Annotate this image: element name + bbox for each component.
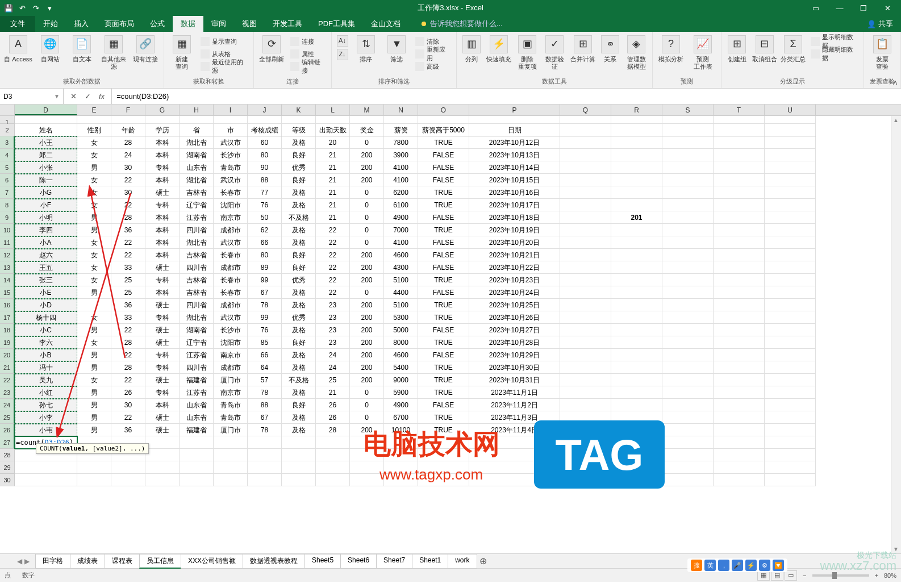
cell[interactable] bbox=[662, 311, 714, 324]
cell[interactable] bbox=[611, 186, 662, 199]
sheet-tab[interactable]: 成绩表 bbox=[70, 554, 105, 569]
ime-more-icon[interactable]: 🔽 bbox=[773, 560, 784, 571]
cell[interactable]: FALSE bbox=[418, 324, 469, 336]
cell[interactable]: FALSE bbox=[418, 174, 469, 186]
cell[interactable]: 2023年10月23日 bbox=[469, 274, 560, 286]
cell[interactable]: 4100 bbox=[384, 161, 418, 174]
cell[interactable]: 2023年11月1日 bbox=[469, 386, 560, 399]
cell[interactable] bbox=[316, 449, 350, 461]
cell[interactable]: 良好 bbox=[282, 261, 316, 274]
cell[interactable]: 22 bbox=[316, 249, 350, 261]
cell[interactable]: TRUE bbox=[418, 386, 469, 399]
cell[interactable] bbox=[662, 174, 714, 186]
cell[interactable] bbox=[611, 349, 662, 361]
cell[interactable]: 85 bbox=[248, 336, 282, 349]
cell[interactable]: 5100 bbox=[384, 274, 418, 286]
row-header-15[interactable]: 15 bbox=[0, 286, 15, 299]
cell[interactable]: 4100 bbox=[384, 174, 418, 186]
data-model-button[interactable]: ◈管理数 据模型 bbox=[624, 35, 649, 70]
existing-conn-button[interactable]: 🔗现有连接 bbox=[131, 35, 160, 63]
sheet-tab[interactable]: Sheet5 bbox=[304, 554, 341, 569]
cell[interactable] bbox=[765, 324, 816, 336]
row-header-19[interactable]: 19 bbox=[0, 336, 15, 349]
tab-review[interactable]: 审阅 bbox=[203, 16, 234, 32]
cell[interactable]: 及格 bbox=[282, 199, 316, 211]
cell[interactable] bbox=[180, 461, 214, 474]
cell[interactable]: 本科 bbox=[145, 236, 180, 249]
data-validation-button[interactable]: ✓数据验 证 bbox=[542, 35, 567, 70]
cell[interactable] bbox=[662, 299, 714, 311]
cell[interactable] bbox=[282, 436, 316, 449]
cell[interactable]: 山东省 bbox=[180, 161, 214, 174]
sheet-tab[interactable]: 田字格 bbox=[35, 554, 70, 569]
tab-page-layout[interactable]: 页面布局 bbox=[97, 16, 142, 32]
whatif-button[interactable]: ?模拟分析 bbox=[656, 35, 686, 63]
cell[interactable]: 60 bbox=[248, 136, 282, 149]
cell[interactable] bbox=[560, 249, 611, 261]
row-header-18[interactable]: 18 bbox=[0, 324, 15, 336]
cell[interactable] bbox=[662, 461, 714, 474]
header-cell[interactable] bbox=[611, 124, 662, 136]
cell[interactable] bbox=[662, 374, 714, 386]
header-cell[interactable]: 市 bbox=[214, 124, 248, 136]
cell[interactable]: 23 bbox=[316, 336, 350, 349]
header-cell[interactable]: 薪资高于5000 bbox=[418, 124, 469, 136]
cell[interactable] bbox=[662, 211, 714, 224]
subtotal-button[interactable]: Σ分类汇总 bbox=[780, 35, 806, 63]
cell[interactable]: 78 bbox=[248, 424, 282, 436]
cell[interactable]: 2023年10月25日 bbox=[469, 299, 560, 311]
cell[interactable] bbox=[714, 236, 765, 249]
cell[interactable]: 99 bbox=[248, 311, 282, 324]
cell[interactable] bbox=[714, 274, 765, 286]
cell[interactable]: 长春市 bbox=[214, 186, 248, 199]
cell[interactable]: 4900 bbox=[384, 399, 418, 411]
cell[interactable] bbox=[611, 311, 662, 324]
cell[interactable]: FALSE bbox=[418, 149, 469, 161]
cell[interactable]: 0 bbox=[350, 286, 384, 299]
cell[interactable] bbox=[662, 286, 714, 299]
cell[interactable] bbox=[662, 186, 714, 199]
sheet-tab[interactable]: Sheet7 bbox=[376, 554, 412, 569]
select-all-corner[interactable] bbox=[0, 105, 15, 115]
row-header-20[interactable]: 20 bbox=[0, 349, 15, 361]
cell[interactable]: 优秀 bbox=[282, 274, 316, 286]
cell[interactable] bbox=[560, 274, 611, 286]
cell[interactable]: TRUE bbox=[418, 186, 469, 199]
cell[interactable] bbox=[714, 386, 765, 399]
col-header-J[interactable]: J bbox=[248, 105, 282, 115]
cell[interactable] bbox=[282, 116, 316, 124]
cell[interactable]: 0 bbox=[350, 399, 384, 411]
cell[interactable] bbox=[611, 324, 662, 336]
cell[interactable]: 0 bbox=[350, 386, 384, 399]
cell[interactable] bbox=[765, 474, 816, 486]
cell[interactable]: 9000 bbox=[384, 374, 418, 386]
cell[interactable] bbox=[560, 261, 611, 274]
cell[interactable] bbox=[560, 374, 611, 386]
cell[interactable] bbox=[282, 449, 316, 461]
cell[interactable] bbox=[765, 386, 816, 399]
cell[interactable]: 长春市 bbox=[214, 274, 248, 286]
consolidate-button[interactable]: ⊞合并计算 bbox=[569, 35, 597, 63]
cell[interactable] bbox=[316, 116, 350, 124]
ime-punct-icon[interactable]: ， bbox=[718, 560, 729, 571]
cell[interactable] bbox=[560, 299, 611, 311]
cell[interactable] bbox=[662, 399, 714, 411]
ungroup-button[interactable]: ⊟取消组合 bbox=[752, 35, 778, 63]
cell[interactable]: 88 bbox=[248, 174, 282, 186]
cell[interactable] bbox=[611, 361, 662, 374]
cell[interactable] bbox=[350, 116, 384, 124]
cell[interactable] bbox=[560, 324, 611, 336]
row-header-22[interactable]: 22 bbox=[0, 374, 15, 386]
cell[interactable]: 62 bbox=[248, 224, 282, 236]
cell[interactable]: 200 bbox=[350, 149, 384, 161]
cell[interactable]: 沈阳市 bbox=[214, 336, 248, 349]
forecast-button[interactable]: 📈预测 工作表 bbox=[688, 35, 718, 70]
cell[interactable]: 及格 bbox=[282, 236, 316, 249]
cell[interactable]: 57 bbox=[248, 374, 282, 386]
cell[interactable]: 江苏省 bbox=[180, 349, 214, 361]
cell[interactable] bbox=[662, 136, 714, 149]
col-header-H[interactable]: H bbox=[180, 105, 214, 115]
cell[interactable] bbox=[662, 386, 714, 399]
cell[interactable] bbox=[765, 349, 816, 361]
cell[interactable] bbox=[765, 199, 816, 211]
